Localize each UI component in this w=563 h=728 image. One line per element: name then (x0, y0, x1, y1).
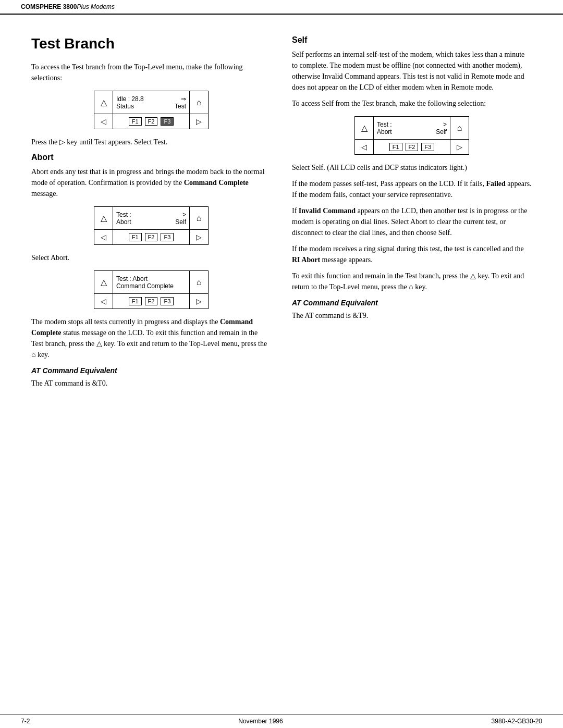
lcd-line2-left-2: Abort (116, 218, 131, 226)
page-content: Test Branch To access the Test branch fr… (0, 15, 563, 425)
at-cmd-abort-title: AT Command Equivalent (31, 366, 271, 375)
lcd-fkeys-1: F1 F2 F3 (113, 116, 189, 127)
right-column: Self Self performs an internal self-test… (292, 35, 532, 394)
lcd-bottom-row-4: ◁ F1 F2 F3 ▷ (355, 140, 469, 154)
fkey-f1-3: F1 (129, 297, 142, 305)
self-bold3: RI Abort (292, 256, 320, 264)
lcd-bottom-row-2: ◁ F1 F2 F3 ▷ (94, 230, 208, 244)
lcd-line2-left-1: Status (116, 103, 134, 110)
abort-bold1: Command Complete (184, 179, 249, 187)
lcd-home-btn-4: ⌂ (450, 117, 469, 139)
select-abort-text: Select Abort. (31, 252, 271, 263)
lcd-line1-left-4: Test : (377, 121, 392, 128)
lcd-back-btn-4: ◁ (355, 140, 374, 154)
lcd-box-1: △ Idle : 28.8 ⇒ Status Test ⌂ ◁ F1 (94, 91, 209, 129)
lcd-top-row-4: △ Test : > Abort Self ⌂ (355, 117, 469, 140)
lcd-box-2: △ Test : > Abort Self ⌂ ◁ F1 F2 (94, 206, 209, 245)
self-para3: If Invalid Command appears on the LCD, t… (292, 205, 532, 238)
lcd-back-btn-3: ◁ (94, 294, 113, 309)
press-key-text: Press the ▷ key until Test appears. Sele… (31, 137, 271, 147)
lcd-line2-right-1: Test (175, 103, 186, 110)
fkey-f2-3: F2 (145, 297, 158, 305)
page-title: Test Branch (31, 35, 271, 52)
page-footer: 7-2 November 1996 3980-A2-GB30-20 (0, 714, 563, 728)
lcd-home-btn-3: ⌂ (189, 271, 208, 293)
self-title: Self (292, 35, 532, 45)
lcd-top-row-1: △ Idle : 28.8 ⇒ Status Test ⌂ (94, 91, 208, 114)
self-bold2: Invalid Command (299, 207, 356, 215)
self-bold1: Failed (486, 180, 505, 188)
fkey-f1-4: F1 (389, 143, 402, 151)
self-para2: If the modem passes self-test, Pass appe… (292, 178, 532, 200)
lcd-box-3: △ Test : Abort Command Complete ⌂ ◁ F1 F… (94, 270, 209, 309)
lcd-line2-4: Abort Self (377, 128, 447, 135)
lcd-fwd-btn-2: ▷ (189, 230, 208, 244)
lcd-line1-right-4: > (443, 121, 447, 128)
header-title-suffix: Modems (89, 3, 115, 10)
lcd-up-btn-2: △ (94, 207, 113, 229)
footer-page: 7-2 (21, 718, 30, 725)
lcd-box-4: △ Test : > Abort Self ⌂ ◁ F1 F2 (354, 116, 469, 155)
footer-date: November 1996 (238, 718, 283, 725)
lcd-bottom-row-3: ◁ F1 F2 F3 ▷ (94, 294, 208, 309)
lcd-line1-4: Test : > (377, 121, 447, 128)
lcd-line1-1: Idle : 28.8 ⇒ (116, 95, 186, 103)
fkey-f3-3: F3 (161, 297, 174, 305)
lcd-top-row-2: △ Test : > Abort Self ⌂ (94, 207, 208, 230)
lcd-fkeys-4: F1 F2 F3 (374, 142, 450, 152)
lcd-line2-1: Status Test (116, 103, 186, 110)
lcd-display-1: Idle : 28.8 ⇒ Status Test (113, 91, 189, 114)
lcd-line1-left-2: Test : (116, 211, 131, 218)
abort-para1: Abort ends any test that is in progress … (31, 166, 271, 199)
lcd-line1-3: Test : Abort (116, 275, 186, 282)
lcd-fwd-btn-1: ▷ (189, 114, 208, 129)
lcd-fkeys-2: F1 F2 F3 (113, 232, 189, 242)
lcd-bottom-row-1: ◁ F1 F2 F3 ▷ (94, 114, 208, 129)
lcd-line2-left-3: Command Complete (116, 282, 174, 290)
lcd-line1-left-1: Idle : 28.8 (116, 95, 144, 103)
fkey-f2-4: F2 (406, 143, 419, 151)
header-title-italic: Plus (77, 3, 89, 10)
lcd-line2-left-4: Abort (377, 128, 392, 135)
fkey-f1-1: F1 (129, 117, 142, 126)
left-column: Test Branch To access the Test branch fr… (31, 35, 271, 394)
fkey-f3-1: F3 (161, 117, 174, 126)
lcd-up-btn-4: △ (355, 117, 374, 139)
lcd-line1-right-2: > (182, 211, 186, 218)
self-select-text: Select Self. (All LCD cells and DCP stat… (292, 162, 532, 173)
lcd-line2-right-4: Self (436, 128, 447, 135)
lcd-fkeys-3: F1 F2 F3 (113, 296, 189, 306)
self-para4: If the modem receives a ring signal duri… (292, 243, 532, 265)
self-para5: To exit this function and remain in the … (292, 270, 532, 292)
lcd-back-btn-1: ◁ (94, 114, 113, 129)
self-to-access: To access Self from the Test branch, mak… (292, 98, 532, 109)
lcd-home-btn-1: ⌂ (189, 91, 208, 114)
lcd-display-2: Test : > Abort Self (113, 207, 189, 229)
fkey-f3-4: F3 (421, 143, 434, 151)
fkey-f3-2: F3 (161, 233, 174, 241)
fkey-f2-1: F2 (145, 117, 158, 126)
lcd-display-4: Test : > Abort Self (374, 117, 450, 139)
page-header: COMSPHERE 3800Plus Modems (0, 0, 563, 15)
lcd-line2-3: Command Complete (116, 282, 186, 290)
at-cmd-abort-text: The AT command is &T0. (31, 378, 271, 389)
lcd-line1-right-1: ⇒ (181, 95, 186, 103)
at-cmd-self-title: AT Command Equivalent (292, 299, 532, 307)
lcd-up-btn-3: △ (94, 271, 113, 293)
lcd-top-row-3: △ Test : Abort Command Complete ⌂ (94, 271, 208, 294)
lcd-line1-left-3: Test : Abort (116, 275, 148, 282)
lcd-up-btn-1: △ (94, 91, 113, 114)
intro-paragraph: To access the Test branch from the Top-L… (31, 61, 271, 83)
at-cmd-self-text: The AT command is &T9. (292, 310, 532, 321)
lcd-fwd-btn-4: ▷ (450, 140, 469, 154)
lcd-line2-2: Abort Self (116, 218, 186, 226)
self-para1: Self performs an internal self-test of t… (292, 49, 532, 93)
abort-title: Abort (31, 153, 271, 162)
lcd-back-btn-2: ◁ (94, 230, 113, 244)
abort-para2: The modem stops all tests currently in p… (31, 316, 271, 360)
lcd-line1-2: Test : > (116, 211, 186, 218)
lcd-home-btn-2: ⌂ (189, 207, 208, 229)
lcd-display-3: Test : Abort Command Complete (113, 271, 189, 293)
fkey-f1-2: F1 (129, 233, 142, 241)
lcd-fwd-btn-3: ▷ (189, 294, 208, 309)
